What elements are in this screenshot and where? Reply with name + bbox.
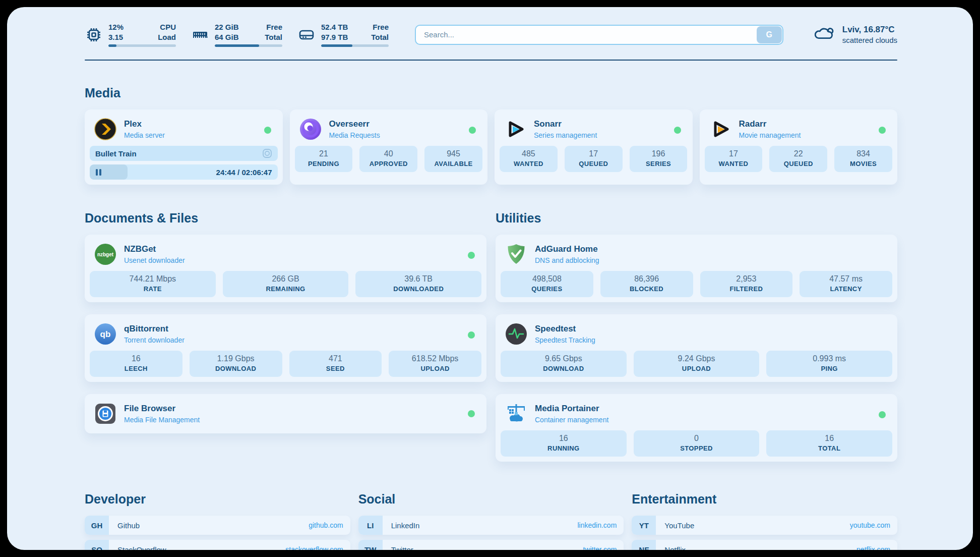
link-name: StackOverflow xyxy=(109,545,166,550)
link-github[interactable]: GH Github github.com xyxy=(85,516,350,535)
cpu-stat-group: 12% 3.15 CPU Load xyxy=(85,22,176,47)
stat-box: 47.57 ms LATENCY xyxy=(800,271,892,297)
stat-box: 39.6 TB DOWNLOADED xyxy=(355,271,481,297)
link-youtube[interactable]: YT YouTube youtube.com xyxy=(632,516,897,535)
section-title-documents: Documents & Files xyxy=(85,211,486,226)
app-subtitle: Media Requests xyxy=(329,131,380,139)
app-name: NZBGet xyxy=(124,244,185,254)
developer-column: Developer GH Github github.com SO StackO… xyxy=(85,478,350,550)
app-subtitle: Movie management xyxy=(739,131,801,139)
app-card-plex[interactable]: Plex Media server Bullet Train xyxy=(85,109,283,185)
stat-box: 471 SEED xyxy=(289,351,382,377)
app-subtitle: Series management xyxy=(534,131,597,139)
status-dot xyxy=(879,127,886,134)
app-card-speedtest[interactable]: Speedtest Speedtest Tracking 9.65 Gbps D… xyxy=(496,314,897,382)
media-grid: Plex Media server Bullet Train xyxy=(85,109,897,185)
weather-location-temp: Lviv, 16.87°C xyxy=(842,25,897,35)
stat-box: 1.19 Gbps DOWNLOAD xyxy=(190,351,282,377)
portainer-icon xyxy=(505,402,528,425)
search-bar: G xyxy=(415,25,783,45)
link-name: YouTube xyxy=(656,521,694,530)
app-card-overseerr[interactable]: Overseerr Media Requests 21 PENDING 40 A… xyxy=(290,109,488,185)
search-input[interactable] xyxy=(415,25,783,45)
weather-widget: Lviv, 16.87°C scattered clouds xyxy=(813,25,897,44)
disk-progress-bar xyxy=(321,44,389,47)
section-title-utilities: Utilities xyxy=(496,211,897,226)
social-column: Social LI LinkedIn linkedin.com TW Twitt… xyxy=(358,478,624,550)
app-subtitle: Torrent downloader xyxy=(124,336,185,344)
status-dot xyxy=(879,411,886,418)
now-playing-row: Bullet Train xyxy=(90,146,278,161)
app-name: Radarr xyxy=(739,119,801,129)
ram-progress-bar xyxy=(215,44,282,47)
qbittorrent-icon: qb xyxy=(94,322,117,346)
link-stackoverflow[interactable]: SO StackOverflow stackoverflow.com xyxy=(85,540,350,550)
overseerr-icon xyxy=(299,118,322,141)
documents-column: Documents & Files nzbget NZBGet Usenet d… xyxy=(85,185,486,474)
ram-progress-fill xyxy=(215,44,259,47)
app-name: File Browser xyxy=(124,404,200,414)
ram-free-value: 22 GiB xyxy=(215,22,239,32)
pause-icon xyxy=(96,169,101,176)
entertainment-column: Entertainment YT YouTube youtube.com NF … xyxy=(632,478,897,550)
link-netflix[interactable]: NF Netflix netflix.com xyxy=(632,540,897,550)
stat-box: 17 WANTED xyxy=(705,146,763,172)
app-subtitle: Media File Management xyxy=(124,416,200,424)
section-title-entertainment: Entertainment xyxy=(632,492,897,507)
stat-box: 266 GB REMAINING xyxy=(223,271,349,297)
cloud-icon xyxy=(813,25,836,44)
link-name: Netflix xyxy=(656,545,686,550)
stat-box: 16 TOTAL xyxy=(766,430,892,457)
app-card-filebrowser[interactable]: File Browser Media File Management xyxy=(85,394,486,433)
link-linkedin[interactable]: LI LinkedIn linkedin.com xyxy=(358,516,624,535)
link-abbr: YT xyxy=(632,516,656,535)
stat-box: 485 WANTED xyxy=(500,146,558,172)
adguard-icon xyxy=(505,243,528,266)
app-card-sonarr[interactable]: Sonarr Series management 485 WANTED 17 Q… xyxy=(495,109,693,185)
stat-box: 0 STOPPED xyxy=(634,430,760,457)
status-dot xyxy=(264,127,271,134)
sonarr-icon xyxy=(504,118,527,141)
playback-time: 24:44 / 02:06:47 xyxy=(216,168,272,177)
disk-stat-group: 52.4 TB 97.9 TB Free Total xyxy=(297,22,389,47)
link-host: linkedin.com xyxy=(578,521,624,529)
ram-total-value: 64 GiB xyxy=(215,32,239,42)
disk-icon xyxy=(297,26,316,44)
section-title-social: Social xyxy=(358,492,624,507)
cpu-usage-value: 12% xyxy=(108,22,124,32)
app-subtitle: Container management xyxy=(535,416,608,424)
app-name: Speedtest xyxy=(535,324,595,334)
ram-total-label: Total xyxy=(265,32,282,42)
app-name: Media Portainer xyxy=(535,404,608,414)
stat-box: 0.993 ms PING xyxy=(766,351,892,377)
status-dot xyxy=(468,331,475,339)
app-card-adguard[interactable]: AdGuard Home DNS and adblocking 498,508 … xyxy=(496,235,897,302)
link-twitter[interactable]: TW Twitter twitter.com xyxy=(358,540,624,550)
link-host: youtube.com xyxy=(850,521,897,529)
plex-now-playing: Bullet Train 24:44 / 02:06:47 xyxy=(89,146,278,180)
disk-free-label: Free xyxy=(371,22,389,32)
link-host: stackoverflow.com xyxy=(285,545,350,550)
disk-total-value: 97.9 TB xyxy=(321,32,348,42)
link-abbr: SO xyxy=(85,540,109,550)
plex-icon xyxy=(94,118,117,141)
stat-box: 21 PENDING xyxy=(295,146,353,172)
stat-box: 17 QUEUED xyxy=(565,146,623,172)
link-host: twitter.com xyxy=(583,545,624,550)
app-card-portainer[interactable]: Media Portainer Container management 16 … xyxy=(496,394,897,462)
cpu-progress-fill xyxy=(108,44,116,47)
link-host: github.com xyxy=(309,521,350,529)
app-name: AdGuard Home xyxy=(535,244,599,254)
app-name: Plex xyxy=(124,119,165,129)
app-card-radarr[interactable]: Radarr Movie management 17 WANTED 22 QUE… xyxy=(700,109,898,185)
search-engine-button[interactable]: G xyxy=(757,26,782,43)
app-card-qbittorrent[interactable]: qb qBittorrent Torrent downloader 16 LEE… xyxy=(85,314,486,382)
status-dot xyxy=(674,127,681,134)
link-abbr: NF xyxy=(632,540,656,550)
ram-free-label: Free xyxy=(265,22,282,32)
link-host: netflix.com xyxy=(856,545,897,550)
stat-box: 498,508 QUERIES xyxy=(501,271,593,297)
stat-box: 86,396 BLOCKED xyxy=(600,271,693,297)
link-abbr: LI xyxy=(358,516,383,535)
app-card-nzbget[interactable]: nzbget NZBGet Usenet downloader 744.21 M… xyxy=(85,235,486,302)
